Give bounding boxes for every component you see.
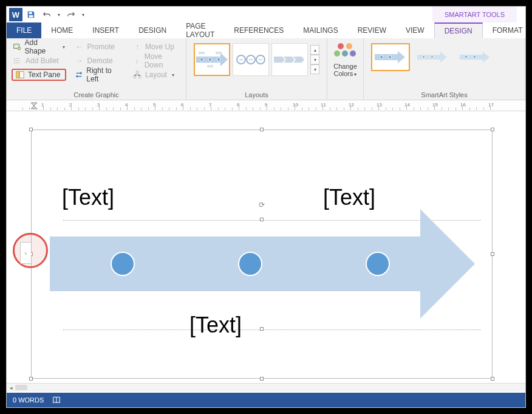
resize-handle[interactable] [491,252,494,256]
ruler-number: 10 [293,102,298,108]
layout-option-1[interactable] [194,43,230,76]
ruler-number: 15 [432,102,438,108]
app-window: W ▾ ▾ SMARTART TOOLS FILE HOME INSERT DE… [6,6,526,408]
tab-design[interactable]: DESIGN [129,22,176,38]
move-up-button: ↑ Move Up [131,41,181,53]
change-colors-button[interactable]: Change Colors ▾ [333,41,357,78]
svg-rect-5 [16,72,19,78]
demote-button: → Demote [73,55,124,67]
group-layouts: ▴ ▾ ▾ Layouts [186,38,327,100]
group-label: Create Graphic [7,91,186,98]
tab-mailings[interactable]: MAILINGS [293,22,347,38]
tab-home[interactable]: HOME [41,22,83,38]
ruler-number: 14 [404,102,410,108]
smartart-object[interactable]: ⟳ [Text] [Text] [Text] [31,129,493,379]
process-arrow[interactable] [50,221,475,306]
group-label: SmartArt Styles [364,91,525,98]
resize-handle[interactable] [260,327,264,331]
save-button[interactable] [24,8,38,21]
document-canvas[interactable]: ‹ ⟳ [Text] [Text] [Text] [7,111,525,392]
right-to-left-button[interactable]: Right to Left [73,69,124,81]
ruler-number: 13 [377,102,382,108]
right-to-left-label: Right to Left [86,66,123,83]
text-pane-label: Text Pane [28,71,60,79]
group-change-colors: Change Colors ▾ [327,38,364,100]
tab-smartart-design[interactable]: DESIGN [434,22,483,38]
color-swatches-icon [334,43,356,61]
ruler-number: 17 [488,102,494,108]
redo-button[interactable] [64,8,78,21]
guide-line [63,329,481,330]
svg-point-2 [14,58,15,60]
group-create-graphic: Add Shape ▾ Add Bullet Text Pane ← [7,38,186,100]
rotate-handle[interactable]: ⟳ [257,201,266,209]
qat-customize[interactable]: ▾ [80,8,87,21]
text-pane-button[interactable]: Text Pane [12,69,66,81]
svg-rect-9 [139,76,142,78]
style-option-2[interactable] [414,43,452,71]
layout-button: Layout ▾ [131,69,181,81]
dropdown-icon: ▾ [63,44,65,50]
svg-rect-8 [134,76,136,78]
tab-view[interactable]: VIEW [396,22,434,38]
process-node-2[interactable] [238,252,262,276]
resize-handle[interactable] [260,128,264,131]
style-option-3[interactable] [456,43,495,71]
redo-icon [67,10,75,19]
layouts-gallery-scroll[interactable]: ▴ ▾ ▾ [310,45,319,74]
tab-references[interactable]: REFERENCES [224,22,293,38]
resize-handle[interactable] [29,377,33,381]
smartart-tools-label: SMARTART TOOLS [432,7,517,22]
tab-insert[interactable]: INSERT [83,22,129,38]
dropdown-icon: ▾ [172,72,174,78]
guide-line [63,220,481,221]
move-down-button: ↓ Move Down [131,55,181,67]
right-to-left-icon [75,70,84,80]
tab-page-layout[interactable]: PAGE LAYOUT [176,22,224,38]
word-count-label: 0 WORDS [13,396,44,404]
process-node-3[interactable] [366,252,390,276]
demote-label: Demote [87,57,113,65]
scroll-up-icon[interactable]: ▴ [310,45,319,55]
text-pane-expand-tab[interactable]: ‹ [20,242,31,264]
move-down-icon: ↓ [132,56,142,66]
text-placeholder-3[interactable]: [Text] [189,312,242,338]
resize-handle[interactable] [29,128,33,131]
scroll-down-icon[interactable]: ▾ [310,55,319,64]
layout-option-2[interactable] [233,43,269,76]
quick-access-toolbar: W ▾ ▾ [7,8,87,21]
move-down-label: Move Down [145,52,180,69]
title-bar: W ▾ ▾ SMARTART TOOLS [7,7,525,22]
scroll-left-icon[interactable]: ◂ [7,384,15,392]
status-bar: 0 WORDS [7,393,525,407]
process-node-1[interactable] [111,252,135,276]
promote-button: ← Promote [73,41,124,53]
tab-file[interactable]: FILE [7,22,41,38]
arrow-head [420,209,475,319]
text-placeholder-2[interactable]: [Text] [323,185,375,210]
tab-review[interactable]: REVIEW [348,22,396,38]
word-count[interactable]: 0 WORDS [13,396,44,404]
tab-smartart-format[interactable]: FORMAT [483,22,532,38]
layout-option-3[interactable] [271,43,308,76]
add-shape-button[interactable]: Add Shape ▾ [12,41,66,53]
resize-handle[interactable] [491,377,494,381]
chevron-left-icon: ‹ [25,250,27,257]
spellcheck-button[interactable] [52,396,61,404]
add-shape-icon [13,42,22,52]
undo-button[interactable] [39,8,54,21]
resize-handle[interactable] [260,377,264,381]
undo-dropdown[interactable]: ▾ [55,8,63,21]
scrollbar-thumb[interactable] [15,385,27,390]
resize-handle[interactable] [491,128,494,131]
horizontal-scrollbar[interactable]: ◂ [7,383,525,392]
resize-handle[interactable] [260,218,264,221]
gallery-expand-icon[interactable]: ▾ [310,64,319,74]
add-bullet-label: Add Bullet [26,57,59,65]
add-bullet-icon [13,56,22,66]
promote-label: Promote [87,43,115,51]
horizontal-ruler[interactable]: 1234567891011121314151617 [7,100,525,111]
text-placeholder-1[interactable]: [Text] [62,185,114,210]
style-option-1[interactable] [371,43,410,71]
word-logo[interactable]: W [9,8,22,21]
